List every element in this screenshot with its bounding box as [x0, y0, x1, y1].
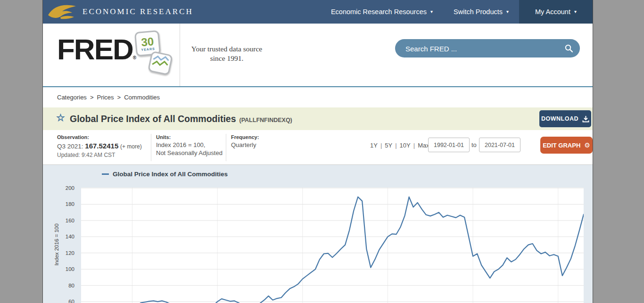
- commodities-index-line: [81, 197, 584, 303]
- preset-separator: |: [380, 142, 382, 149]
- topbar-item-label: Economic Research Resources: [331, 8, 427, 16]
- legend-label: Global Price Index of All Commodities: [113, 171, 228, 178]
- breadcrumb-item-prices[interactable]: Prices: [97, 94, 114, 101]
- badge-chart-tile: [148, 51, 173, 76]
- frequency-column: Frequency: Quarterly: [231, 134, 259, 149]
- stlouis-fed-eagle-icon: [48, 3, 78, 20]
- chart-legend: Global Price Index of All Commodities: [102, 171, 228, 178]
- tagline: Your trusted data source since 1991.: [182, 44, 272, 63]
- download-button-label: DOWNLOAD: [541, 115, 578, 122]
- tagline-line2: since 1991.: [182, 54, 272, 63]
- line-chart-svg: [81, 188, 584, 303]
- chevron-down-icon: ▾: [430, 9, 433, 14]
- topbar-item-switch-products[interactable]: Switch Products▾: [443, 0, 519, 24]
- series-title-bar: ☆ Global Price Index of All Commodities …: [43, 107, 593, 130]
- observation-column: Observation: Q3 2021: 167.52415 (+ more)…: [57, 134, 142, 158]
- breadcrumb-separator: >: [90, 94, 94, 101]
- topbar-menu: Economic Research Resources▾Switch Produ…: [321, 0, 593, 24]
- favorite-star-icon[interactable]: ☆: [56, 112, 65, 123]
- plot-area[interactable]: [81, 188, 584, 303]
- observation-value: 167.52415: [85, 142, 118, 150]
- search-bar: [395, 39, 580, 57]
- meta-divider: [151, 134, 151, 161]
- download-button[interactable]: DOWNLOAD: [539, 110, 591, 127]
- observation-more-link[interactable]: (+ more): [120, 143, 142, 150]
- brand-text: ECONOMIC RESEARCH: [83, 7, 193, 16]
- edit-graph-label: EDIT GRAPH: [543, 142, 580, 149]
- range-preset-10y[interactable]: 10Y: [400, 142, 411, 149]
- range-preset-5y[interactable]: 5Y: [385, 142, 392, 149]
- economic-research-brand[interactable]: ECONOMIC RESEARCH: [48, 3, 193, 20]
- range-presets: 1Y|5Y|10Y|Max: [370, 142, 429, 149]
- edit-graph-button[interactable]: EDIT GRAPH ⚙: [540, 137, 593, 154]
- to-label: to: [471, 141, 477, 148]
- series-id: (PALLFNFINDEXQ): [239, 117, 292, 123]
- search-input[interactable]: [405, 39, 562, 58]
- download-icon: [582, 115, 589, 123]
- page-title: Global Price Index of All Commodities: [70, 114, 236, 124]
- end-date-input[interactable]: [479, 138, 520, 152]
- chevron-down-icon: ▾: [574, 9, 577, 14]
- range-preset-1y[interactable]: 1Y: [370, 142, 378, 149]
- y-tick-label: 120: [56, 249, 74, 257]
- y-tick-label: 80: [56, 282, 74, 289]
- topbar-item-economic-research-resources[interactable]: Economic Research Resources▾: [321, 0, 443, 24]
- breadcrumb-separator: >: [117, 94, 121, 101]
- content-column: ECONOMIC RESEARCH Economic Research Reso…: [42, 0, 593, 303]
- site-header: FRED® 30 YEARS ECONOMIC DATA|SINCE 1991 …: [43, 24, 593, 87]
- units-label: Units:: [156, 134, 223, 140]
- units-line1: Index 2016 = 100,: [156, 141, 223, 149]
- tagline-line1: Your trusted data source: [182, 44, 272, 54]
- start-date-input[interactable]: [428, 138, 470, 152]
- y-tick-label: 200: [56, 184, 74, 192]
- observation-label: Observation:: [57, 134, 142, 140]
- series-title-row: Global Price Index of All Commodities (P…: [70, 114, 292, 124]
- preset-separator: |: [413, 142, 415, 149]
- breadcrumb-item-categories[interactable]: Categories: [57, 94, 87, 101]
- legend-line-swatch: [102, 173, 109, 175]
- frequency-label: Frequency:: [231, 134, 259, 140]
- y-tick-label: 140: [56, 233, 74, 240]
- fred-logo[interactable]: FRED®: [57, 35, 136, 64]
- chevron-down-icon: ▾: [506, 9, 509, 14]
- y-tick-label: 160: [56, 217, 74, 224]
- observation-period: Q3 2021:: [57, 143, 83, 150]
- fred-series-page: ECONOMIC RESEARCH Economic Research Reso…: [0, 0, 644, 303]
- registered-mark: ®: [133, 55, 136, 60]
- y-tick-label: 180: [56, 200, 74, 208]
- frequency-value: Quarterly: [231, 141, 259, 149]
- breadcrumb: Categories>Prices>Commodities: [43, 87, 593, 107]
- chart-section: Global Price Index of All Commodities In…: [43, 165, 593, 303]
- observation-line: Q3 2021: 167.52415 (+ more): [57, 142, 142, 150]
- updated-timestamp: Updated: 9:42 AM CST: [57, 152, 142, 158]
- topbar-item-my-account[interactable]: My Account▾: [519, 0, 593, 24]
- series-meta-row: Observation: Q3 2021: 167.52415 (+ more)…: [43, 130, 593, 165]
- badge-sparkline-icon: [150, 52, 171, 72]
- y-tick-label: 60: [56, 298, 74, 303]
- topbar-item-label: My Account: [535, 8, 570, 16]
- preset-separator: |: [395, 142, 396, 149]
- topbar-item-label: Switch Products: [454, 8, 503, 16]
- y-tick-label: 100: [56, 265, 74, 273]
- fred-wordmark: FRED: [57, 33, 133, 66]
- meta-divider: [226, 134, 226, 161]
- y-axis-title: Index 2016 = 100: [54, 216, 59, 273]
- breadcrumb-item-commodities[interactable]: Commodities: [124, 94, 160, 101]
- gear-icon: ⚙: [584, 141, 590, 149]
- units-column: Units: Index 2016 = 100, Not Seasonally …: [156, 134, 223, 157]
- range-preset-max[interactable]: Max: [418, 142, 429, 149]
- header-divider: [180, 24, 180, 86]
- units-line2: Not Seasonally Adjusted: [156, 149, 223, 157]
- search-icon[interactable]: [565, 44, 573, 52]
- top-navbar: ECONOMIC RESEARCH Economic Research Reso…: [43, 0, 593, 24]
